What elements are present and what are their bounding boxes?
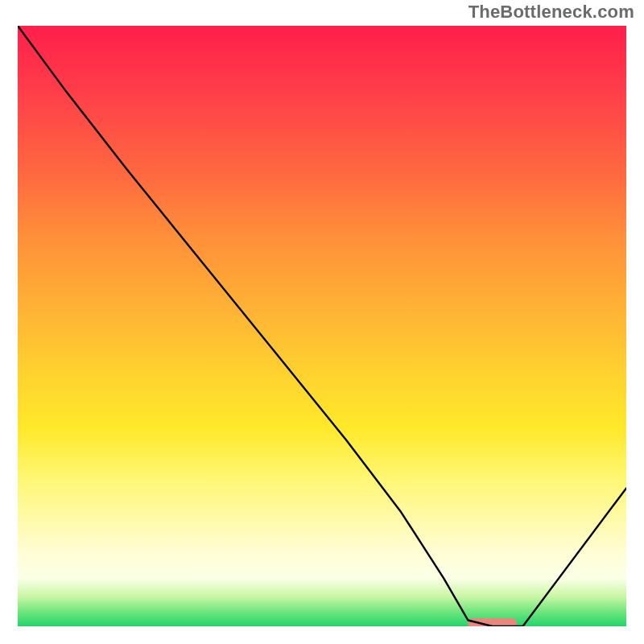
watermark-text: TheBottleneck.com: [469, 2, 634, 23]
line-series: [18, 26, 626, 626]
chart-plot-area: [18, 26, 626, 626]
